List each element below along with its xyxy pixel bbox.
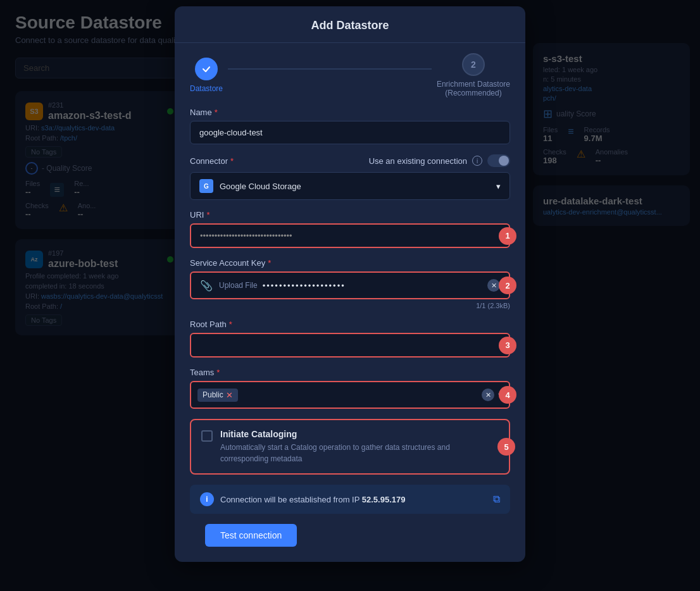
public-tag: Public ✕ (197, 389, 238, 402)
root-path-input[interactable] (190, 333, 510, 358)
file-upload-area[interactable]: 📎 Upload File •••••••••••••••••••• ✕ (190, 271, 510, 299)
teams-field[interactable]: Public ✕ ✕ ▾ (190, 381, 510, 409)
modal-header: Add Datastore (175, 6, 525, 43)
copy-ip-button[interactable]: ⧉ (493, 494, 500, 505)
gcs-icon: G (199, 179, 213, 193)
teams-wrapper: Public ✕ ✕ ▾ 4 (190, 381, 510, 409)
step-2-circle: 2 (462, 53, 485, 76)
step-1-circle (195, 58, 218, 80)
required-star: * (229, 320, 232, 329)
service-key-wrapper: 📎 Upload File •••••••••••••••••••• ✕ 2 (190, 271, 510, 299)
info-banner: i Connection will be established from IP… (190, 485, 510, 514)
add-datastore-modal: Add Datastore Datastore 2 Enrichment Dat… (175, 6, 525, 562)
root-path-wrapper: 3 (190, 333, 510, 358)
step-badge-5: 5 (497, 438, 515, 456)
uri-input[interactable] (190, 223, 510, 248)
step-1-label: Datastore (190, 84, 223, 93)
name-group: Name * (190, 108, 510, 144)
toggle-knob (499, 156, 509, 166)
step-2-label: Enrichment Datastore (Recommended) (437, 80, 510, 97)
connector-row: Connector * Use an existing connection i (190, 154, 510, 167)
stepper: Datastore 2 Enrichment Datastore (Recomm… (190, 53, 510, 97)
use-existing-toggle[interactable] (487, 154, 510, 167)
uri-group: URI * 1 (190, 210, 510, 248)
use-existing-label: Use an existing connection (369, 156, 467, 166)
uri-input-wrapper: 1 (190, 223, 510, 248)
connector-label: Connector * (190, 156, 234, 166)
step-badge-2: 2 (499, 277, 516, 294)
catalog-title: Initiate Cataloging (220, 429, 499, 439)
step-badge-4: 4 (499, 386, 516, 404)
test-connection-button[interactable]: Test connection (205, 524, 297, 547)
info-icon: i (200, 492, 214, 506)
catalog-desc: Automatically start a Catalog operation … (220, 442, 499, 464)
info-text: Connection will be established from IP 5… (220, 495, 487, 504)
required-star: * (268, 258, 271, 268)
service-key-group: Service Account Key * 📎 Upload File ••••… (190, 258, 510, 309)
teams-label: Teams * (190, 368, 510, 377)
step-line (228, 68, 432, 70)
root-path-group: Root Path * 3 (190, 320, 510, 358)
initiate-cataloging-section: Initiate Cataloging Automatically start … (190, 419, 510, 475)
service-key-label: Service Account Key * (190, 258, 510, 268)
remove-tag-button[interactable]: ✕ (226, 390, 233, 400)
modal-overlay: Add Datastore Datastore 2 Enrichment Dat… (0, 0, 700, 591)
name-label: Name * (190, 108, 510, 117)
connector-select[interactable]: G Google Cloud Storage ▾ (190, 172, 510, 200)
step-2: 2 Enrichment Datastore (Recommended) (437, 53, 510, 97)
info-tooltip-icon[interactable]: i (472, 156, 482, 166)
catalog-text: Initiate Cataloging Automatically start … (220, 429, 499, 464)
required-star: * (230, 156, 234, 166)
root-path-label: Root Path * (190, 320, 510, 329)
required-indicator: * (215, 108, 218, 117)
clear-file-button[interactable]: ✕ (487, 279, 500, 292)
clear-teams-button[interactable]: ✕ (482, 389, 494, 401)
connector-value: Google Cloud Storage (220, 182, 301, 191)
name-input[interactable] (190, 121, 510, 144)
step-1: Datastore (190, 58, 223, 93)
catalog-checkbox[interactable] (201, 430, 213, 442)
modal-title: Add Datastore (190, 19, 510, 32)
file-display: Upload File •••••••••••••••••••• (219, 281, 481, 290)
connector-left: G Google Cloud Storage (199, 179, 301, 193)
checkmark-icon (201, 64, 211, 74)
required-star: * (206, 210, 209, 220)
use-existing-section: Use an existing connection i (369, 154, 510, 167)
step-badge-1: 1 (499, 227, 516, 245)
chevron-down-icon: ▾ (496, 182, 501, 191)
info-ip: 52.5.95.179 (362, 495, 406, 504)
file-dots: •••••••••••••••••••• (263, 281, 346, 290)
teams-group: Teams * Public ✕ ✕ ▾ 4 (190, 368, 510, 409)
required-star: * (216, 368, 220, 377)
modal-body: Name * Connector * Use an existing conne… (175, 108, 525, 547)
uri-label: URI * (190, 210, 510, 220)
file-size-display: 1/1 (2.3kB) (190, 302, 510, 309)
step-badge-3: 3 (499, 337, 516, 354)
paperclip-icon: 📎 (200, 280, 213, 292)
connector-group: Connector * Use an existing connection i… (190, 154, 510, 200)
